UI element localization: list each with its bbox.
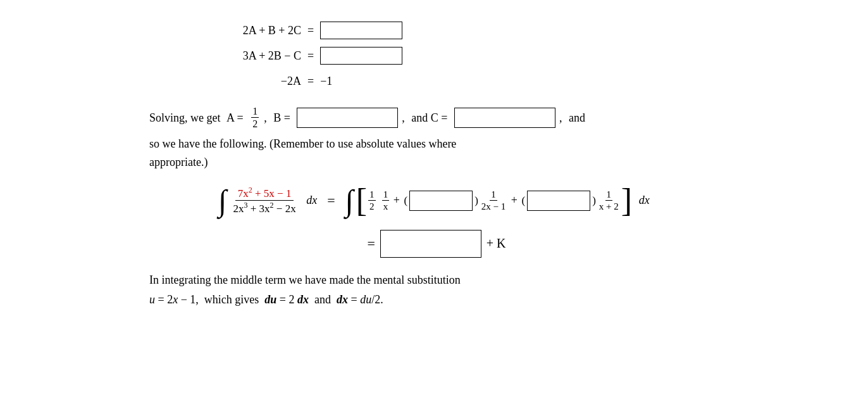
integral-denominator: 2x3 + 3x2 − 2x: [231, 201, 299, 215]
integral-symbol-left: ∫: [218, 186, 226, 216]
term3-num: 1: [605, 189, 613, 201]
integral-dx-left: dx: [304, 194, 318, 207]
term3-den: x + 2: [598, 201, 620, 212]
integral-symbol-right: ∫: [345, 186, 354, 216]
term1-sep: [378, 194, 380, 207]
term3-answer-box[interactable]: [527, 191, 590, 211]
term2-frac: 1 2x − 1: [480, 189, 507, 212]
sub-line2: u = 2x − 1, which gives du = 2 dx and dx…: [149, 290, 719, 310]
term1-den2: x: [382, 201, 390, 212]
term-2: ( ) 1 2x − 1: [404, 189, 507, 212]
solving-line: Solving, we get A = 1 2 , B = , and C = …: [149, 105, 719, 130]
plus-1: +: [390, 194, 402, 207]
integral-equation: ∫ 7x2 + 5x − 1 2x3 + 3x2 − 2x dx = ∫ [ 1…: [149, 184, 719, 217]
lparen-1: (: [404, 194, 408, 207]
term-3: ( ) 1 x + 2: [521, 189, 619, 212]
second-equals: =: [367, 236, 375, 252]
term1-frac2: 1 x: [382, 189, 390, 212]
right-bracket: ]: [621, 184, 632, 217]
second-equals-line: = + K: [149, 230, 719, 258]
eq1-label: 2A + B + 2C: [225, 19, 301, 42]
following-text: so we have the following. (Remember to u…: [149, 135, 719, 172]
integral-right-side: ∫ [ 1 2 1 x + ( ): [345, 184, 650, 217]
solving-prefix: Solving, we get: [149, 106, 221, 129]
solving-C-answer[interactable]: [454, 108, 555, 128]
term2-den: 2x − 1: [480, 201, 507, 212]
equation-row-3: −2A = −1: [225, 70, 719, 92]
following-line1: so we have the following. (Remember to u…: [149, 137, 456, 150]
result-answer-box[interactable]: [380, 230, 481, 258]
left-bracket: [: [356, 184, 367, 217]
integral-dx-right: dx: [636, 194, 650, 207]
eq2-label: 3A + 2B − C: [225, 44, 301, 67]
substitution-text: In integrating the middle term we have m…: [149, 270, 719, 309]
solving-comma0: ,: [264, 106, 267, 129]
solving-A-frac-den: 2: [251, 118, 259, 130]
eq2-answer-box[interactable]: [320, 47, 402, 65]
rparen-2: ): [592, 194, 596, 207]
integral-num-red: 7x2 + 5x − 1: [238, 187, 292, 199]
integral-numerator: 7x2 + 5x − 1: [235, 186, 294, 201]
main-content: 2A + B + 2C = 3A + 2B − C = −2A = −1 Sol…: [149, 19, 719, 309]
sub-u-eq: u = 2x − 1, which gives du = 2 dx and dx…: [149, 293, 383, 306]
term1-num: 1: [368, 189, 376, 201]
eq3-value: −1: [320, 70, 332, 92]
eq2-sign: =: [307, 44, 314, 67]
solving-A-frac-num: 1: [251, 105, 259, 118]
plus-k: + K: [487, 236, 506, 251]
main-equals: =: [327, 193, 335, 209]
eq3-label: −2A: [225, 70, 301, 92]
eq1-answer-box[interactable]: [320, 22, 402, 39]
term1-den: 2: [368, 201, 376, 212]
solving-suffix: and: [566, 106, 586, 129]
solving-B-answer[interactable]: [297, 108, 398, 128]
sub-line1: In integrating the middle term we have m…: [149, 270, 719, 290]
eq1-sign: =: [307, 19, 314, 42]
following-line2: appropriate.): [149, 156, 208, 168]
plus-2: +: [508, 194, 520, 207]
solving-A-frac: 1 2: [251, 105, 259, 130]
lparen-2: (: [521, 194, 525, 207]
term2-num: 1: [490, 189, 497, 201]
equation-system: 2A + B + 2C = 3A + 2B − C = −2A = −1: [225, 19, 719, 92]
solving-comma1: ,: [402, 106, 405, 129]
solving-C-label: and C =: [409, 106, 450, 129]
solving-comma2: ,: [559, 106, 562, 129]
integral-left-fraction: 7x2 + 5x − 1 2x3 + 3x2 − 2x: [231, 186, 299, 215]
eq3-sign: =: [307, 70, 314, 92]
solving-A-label: A =: [225, 106, 247, 129]
equation-row-2: 3A + 2B − C =: [225, 44, 719, 67]
term3-frac: 1 x + 2: [598, 189, 620, 212]
term-1: 1 2 1 x: [368, 189, 389, 212]
solving-B-label: B =: [271, 106, 294, 129]
term1-frac: 1 2: [368, 189, 376, 212]
equation-row-1: 2A + B + 2C =: [225, 19, 719, 42]
term2-answer-box[interactable]: [409, 191, 473, 211]
term1-num2: 1: [382, 189, 390, 201]
integral-left-side: ∫ 7x2 + 5x − 1 2x3 + 3x2 − 2x dx: [218, 186, 317, 216]
rparen-1: ): [474, 194, 478, 207]
